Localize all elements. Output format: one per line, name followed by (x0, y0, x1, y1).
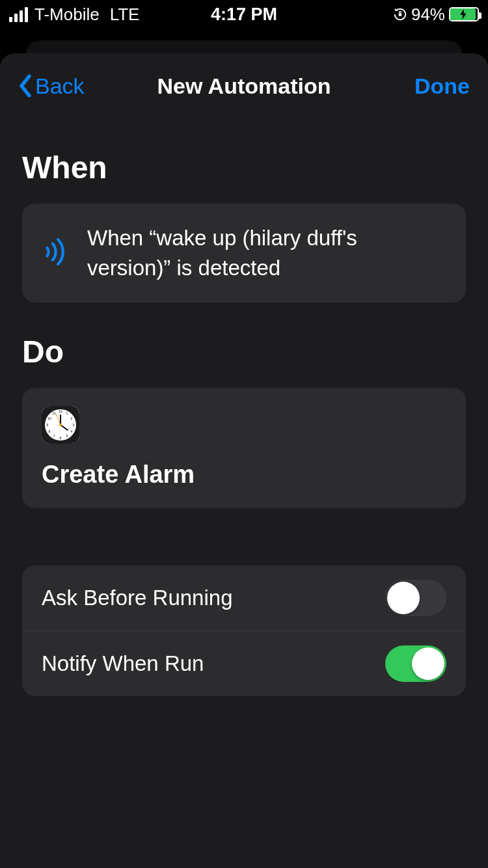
page-title: New Automation (157, 74, 331, 99)
battery-percent: 94% (411, 5, 445, 25)
svg-text:12: 12 (59, 409, 62, 413)
svg-text:11: 11 (52, 411, 56, 415)
back-label: Back (35, 74, 85, 99)
svg-text:7: 7 (53, 434, 55, 438)
ask-before-running-toggle[interactable] (385, 580, 446, 616)
ask-before-running-label: Ask Before Running (42, 586, 233, 610)
svg-text:8: 8 (49, 429, 51, 433)
battery-icon (449, 7, 479, 21)
status-right: 94% (393, 5, 479, 25)
clock-app-icon: 12 1 2 3 4 5 6 7 8 9 10 11 (42, 406, 79, 444)
trigger-description: When “wake up (hilary duff's version)” i… (87, 223, 446, 283)
svg-text:4: 4 (71, 429, 73, 433)
signal-icon (9, 7, 28, 22)
notify-when-run-label: Notify When Run (42, 651, 204, 676)
notify-when-run-row: Notify When Run (22, 631, 466, 696)
svg-text:6: 6 (60, 436, 62, 440)
action-label: Create Alarm (42, 461, 446, 489)
charging-icon (459, 9, 467, 20)
carrier-label: T-Mobile (34, 5, 100, 25)
svg-text:9: 9 (47, 423, 49, 427)
sound-recognition-icon (42, 238, 69, 268)
do-heading: Do (22, 334, 466, 370)
svg-text:1: 1 (66, 411, 68, 415)
svg-text:2: 2 (71, 416, 73, 420)
network-label: LTE (110, 5, 140, 25)
status-bar: T-Mobile LTE 4:17 PM 94% (0, 0, 488, 29)
trigger-card[interactable]: When “wake up (hilary duff's version)” i… (22, 204, 466, 303)
status-time: 4:17 PM (211, 5, 277, 25)
svg-text:3: 3 (73, 423, 75, 427)
status-left: T-Mobile LTE (9, 5, 139, 25)
done-button[interactable]: Done (414, 74, 470, 99)
orientation-lock-icon (393, 7, 407, 21)
nav-bar: Back New Automation Done (0, 53, 488, 118)
svg-text:10: 10 (47, 416, 51, 420)
settings-card: Ask Before Running Notify When Run (22, 565, 466, 696)
action-card[interactable]: 12 1 2 3 4 5 6 7 8 9 10 11 (22, 388, 466, 508)
svg-rect-0 (399, 13, 402, 16)
svg-text:5: 5 (66, 434, 68, 438)
modal-sheet: Back New Automation Done When When “wake… (0, 53, 488, 868)
svg-point-18 (59, 424, 62, 426)
when-heading: When (22, 150, 466, 185)
chevron-left-icon (18, 74, 33, 98)
ask-before-running-row: Ask Before Running (22, 565, 466, 631)
back-button[interactable]: Back (18, 74, 85, 99)
notify-when-run-toggle[interactable] (385, 645, 446, 682)
